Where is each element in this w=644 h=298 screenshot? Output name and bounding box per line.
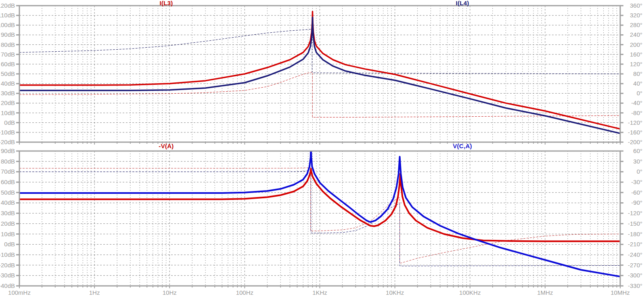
trace-label-il3[interactable]: I(L3) <box>159 0 173 6</box>
trace-label-vca[interactable]: V(C,A) <box>453 143 472 149</box>
y-right-tick-label: 40° <box>633 80 642 87</box>
y-right-tick-label: -160° <box>628 129 642 136</box>
top-pane: 120dB110dB100dB90dB80dB70dB60dB50dB40dB3… <box>0 2 642 145</box>
y-left-tick-label: 10dB <box>1 109 15 116</box>
y-left-tick-label: 0dB <box>4 119 15 126</box>
y-right-tick-label: -80° <box>631 109 642 116</box>
y-left-tick-label: -30dB <box>0 272 15 279</box>
bottom-pane: 90dB80dB70dB60dB50dB40dB30dB20dB10dB0dB-… <box>0 146 642 296</box>
y-left-tick-label: 90dB <box>1 31 15 38</box>
y-left-tick-label: -10dB <box>0 129 15 136</box>
y-left-tick-label: 20dB <box>1 220 15 227</box>
trace-label-il4[interactable]: I(L4) <box>456 0 469 6</box>
y-right-tick-label: -330° <box>628 282 642 289</box>
y-left-tick-label: 70dB <box>1 51 15 58</box>
y-left-tick-label: 30dB <box>1 210 15 216</box>
bode-plot-svg: 120dB110dB100dB90dB80dB70dB60dB50dB40dB3… <box>0 0 644 298</box>
y-left-tick-label: 60dB <box>1 178 15 185</box>
x-tick-label: 100KHz <box>459 289 481 296</box>
y-right-tick-label: -120° <box>628 210 642 216</box>
y-right-tick-label: 120° <box>630 61 642 67</box>
x-tick-label: 1MHz <box>537 289 553 296</box>
trace-label-neg-va[interactable]: -V(A) <box>159 143 174 149</box>
y-left-tick-label: -10dB <box>0 251 15 258</box>
y-left-tick-label: 20dB <box>1 99 15 106</box>
y-left-tick-label: 50dB <box>1 189 15 196</box>
y-right-tick-label: -240° <box>628 251 642 258</box>
waveform-viewer: 120dB110dB100dB90dB80dB70dB60dB50dB40dB3… <box>0 0 644 298</box>
y-right-tick-label: -180° <box>628 231 642 237</box>
y-left-tick-label: 90dB <box>1 147 15 154</box>
x-tick-label: 1Hz <box>89 289 100 296</box>
y-left-tick-label: -40dB <box>0 282 15 289</box>
y-right-tick-label: 0° <box>637 168 642 175</box>
y-right-tick-label: -300° <box>628 272 642 279</box>
y-right-tick-label: 0° <box>637 90 642 97</box>
y-right-tick-label: -210° <box>628 241 642 248</box>
y-left-tick-label: 50dB <box>1 70 15 77</box>
y-right-tick-label: 60° <box>633 147 642 154</box>
y-right-tick-label: 200° <box>630 41 642 48</box>
y-left-tick-label: 70dB <box>1 168 15 175</box>
y-right-tick-label: -40° <box>631 99 642 106</box>
y-left-tick-label: 110dB <box>0 12 15 19</box>
y-right-tick-label: -150° <box>628 220 642 227</box>
y-left-tick-label: -20dB <box>0 262 15 269</box>
y-right-tick-label: 80° <box>633 70 642 77</box>
x-tick-label: 100mHz <box>8 289 31 296</box>
y-right-tick-label: 160° <box>630 51 642 58</box>
x-tick-label: 10KHz <box>386 289 404 296</box>
y-right-tick-label: 240° <box>630 31 642 38</box>
y-left-tick-label: 80dB <box>1 158 15 165</box>
y-right-tick-label: -270° <box>628 262 642 269</box>
y-left-tick-label: 40dB <box>1 80 15 87</box>
y-left-tick-label: 30dB <box>1 90 15 97</box>
y-right-tick-label: 280° <box>630 21 642 28</box>
x-tick-label: 10Hz <box>163 289 177 296</box>
y-right-tick-label: -30° <box>631 178 642 185</box>
x-tick-label: 100Hz <box>236 289 253 296</box>
y-left-tick-label: 120dB <box>0 2 15 9</box>
y-right-tick-label: 360° <box>630 2 642 9</box>
y-right-tick-label: -60° <box>631 189 642 196</box>
y-right-tick-label: 30° <box>633 158 642 165</box>
y-left-tick-label: 60dB <box>1 61 15 67</box>
y-right-tick-label: -120° <box>628 119 642 126</box>
y-right-tick-label: -200° <box>628 139 642 145</box>
x-tick-label: 1KHz <box>312 289 327 296</box>
y-left-tick-label: 80dB <box>1 41 15 48</box>
x-tick-label: 10MHz <box>611 289 630 296</box>
y-right-tick-label: 320° <box>630 12 642 19</box>
y-right-tick-label: -90° <box>631 199 642 206</box>
y-left-tick-label: 100dB <box>0 21 15 28</box>
y-left-tick-label: 0dB <box>4 241 15 248</box>
y-left-tick-label: 40dB <box>1 199 15 206</box>
y-left-tick-label: -20dB <box>0 139 15 145</box>
y-left-tick-label: 10dB <box>1 231 15 237</box>
